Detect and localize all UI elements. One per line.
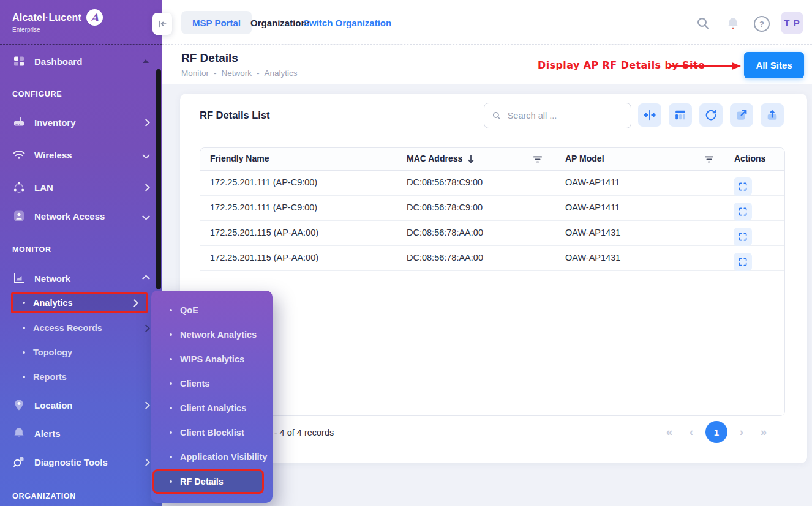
bullet-icon <box>23 327 25 329</box>
sidebar-collapse-button[interactable] <box>152 13 172 35</box>
sidebar-item-wireless[interactable]: Wireless <box>0 146 162 164</box>
breadcrumb-separator: - <box>257 69 260 78</box>
section-organization: ORGANIZATION <box>12 492 76 500</box>
sidebar-item-diagnostic-tools[interactable]: Diagnostic Tools <box>0 453 162 471</box>
sidebar-subitem-access-records[interactable]: Access Records <box>0 319 162 337</box>
open-external-button[interactable] <box>730 103 753 127</box>
flyout-item-label: Application Visibility <box>180 452 267 462</box>
column-header-mac-address[interactable]: MAC Address <box>407 154 462 163</box>
flyout-item-qoe[interactable]: QoE <box>151 298 273 322</box>
sidebar-item-lan[interactable]: LAN <box>0 178 162 196</box>
filter-icon[interactable] <box>532 154 543 166</box>
expand-icon <box>737 231 748 242</box>
last-page-button[interactable]: » <box>756 425 772 439</box>
sidebar-subitem-analytics[interactable]: Analytics <box>11 292 148 313</box>
flyout-item-rf-details[interactable]: RF Details <box>152 469 264 494</box>
sidebar-item-alerts[interactable]: Alerts <box>0 424 162 442</box>
chevron-right-icon <box>142 119 150 127</box>
export-button[interactable] <box>761 103 784 127</box>
breadcrumb-item[interactable]: Analytics <box>265 69 298 78</box>
sidebar-item-network[interactable]: Network <box>0 269 162 288</box>
sidebar: Alcatel·Lucent A Enterprise Dashboard CO… <box>0 0 162 506</box>
flyout-item-wips-analytics[interactable]: WIPS Analytics <box>151 347 273 371</box>
annotation-arrow-icon <box>669 61 742 74</box>
sidebar-item-location[interactable]: Location <box>0 396 162 414</box>
flyout-item-network-analytics[interactable]: Network Analytics <box>151 322 273 347</box>
all-sites-button[interactable]: All Sites <box>744 52 804 78</box>
organization-link[interactable]: Switch Organization <box>303 18 391 28</box>
page-title: RF Details <box>181 51 238 65</box>
sidebar-item-inventory[interactable]: Inventory <box>0 113 162 132</box>
collapse-arrow-icon <box>157 18 168 29</box>
search-box <box>484 103 631 128</box>
pagination: « ‹ 1 › » <box>661 421 772 443</box>
expand-row-button[interactable] <box>734 177 752 196</box>
map-pin-icon <box>12 398 26 412</box>
sidebar-item-label: Inventory <box>34 117 135 128</box>
flyout-item-client-analytics[interactable]: Client Analytics <box>151 396 273 420</box>
chevron-right-icon <box>142 401 150 409</box>
table-row[interactable]: 172.25.201.115 (AP-AA:00) DC:08:56:78:AA… <box>200 246 784 271</box>
column-header-ap-model[interactable]: AP Model <box>565 154 604 163</box>
expand-icon <box>737 256 748 267</box>
chevron-right-icon <box>142 458 150 466</box>
sidebar-item-network-access[interactable]: Network Access <box>0 207 162 225</box>
flyout-item-label: Client Analytics <box>180 403 246 413</box>
search-icon[interactable] <box>696 16 710 31</box>
sidebar-item-dashboard[interactable]: Dashboard <box>0 52 162 70</box>
flyout-item-application-visibility[interactable]: Application Visibility <box>151 445 273 469</box>
breadcrumb: Monitor - Network - Analytics <box>181 69 298 78</box>
wifi-icon <box>12 148 26 162</box>
filter-icon[interactable] <box>704 154 715 166</box>
external-link-icon <box>735 108 748 122</box>
sidebar-subitem-topology[interactable]: Topology <box>0 343 162 362</box>
magnifier-tools-icon <box>12 455 26 469</box>
refresh-icon <box>704 108 718 122</box>
chevron-right-icon <box>142 184 150 192</box>
user-avatar[interactable]: T P <box>781 12 803 34</box>
bullet-icon <box>23 376 25 378</box>
flyout-item-label: WIPS Analytics <box>180 354 244 364</box>
flyout-item-client-blocklist[interactable]: Client Blocklist <box>151 420 273 445</box>
refresh-button[interactable] <box>699 103 723 127</box>
subitem-label: Topology <box>33 348 149 357</box>
fit-columns-button[interactable] <box>638 103 661 127</box>
flyout-item-label: Clients <box>180 379 209 389</box>
chevron-down-icon <box>142 212 150 220</box>
breadcrumb-item[interactable]: Monitor <box>181 69 209 78</box>
column-header-friendly-name[interactable]: Friendly Name <box>210 154 269 163</box>
current-page-button[interactable]: 1 <box>705 421 727 443</box>
cell-mac-address: DC:08:56:78:C9:00 <box>407 177 483 187</box>
next-page-button[interactable]: › <box>734 425 750 439</box>
table-row[interactable]: 172.25.201.111 (AP-C9:00) DC:08:56:78:C9… <box>200 196 784 221</box>
help-icon[interactable]: ? <box>754 16 770 32</box>
organization-label: Organization: <box>250 18 310 28</box>
columns-button[interactable] <box>669 103 692 127</box>
breadcrumb-item[interactable]: Network <box>222 69 252 78</box>
chart-icon <box>12 272 26 285</box>
expand-row-button[interactable] <box>734 203 752 221</box>
flyout-item-clients[interactable]: Clients <box>151 371 273 396</box>
expand-icon <box>737 206 748 217</box>
cell-ap-model: OAW-AP1431 <box>565 228 620 237</box>
msp-portal-button[interactable]: MSP Portal <box>181 11 252 34</box>
help-glyph: ? <box>759 20 764 29</box>
breadcrumb-separator: - <box>214 69 217 78</box>
resize-columns-icon <box>643 108 656 122</box>
bullet-icon <box>170 431 172 434</box>
previous-page-button[interactable]: ‹ <box>683 425 699 439</box>
table-row[interactable]: 172.25.201.115 (AP-AA:00) DC:08:56:78:AA… <box>200 221 784 246</box>
expand-row-button[interactable] <box>734 253 752 271</box>
cell-mac-address: DC:08:56:78:AA:00 <box>407 253 483 262</box>
search-input[interactable] <box>506 110 623 121</box>
first-page-button[interactable]: « <box>661 425 677 439</box>
bullet-icon <box>23 302 25 304</box>
bullet-icon <box>23 351 25 354</box>
sidebar-scrollbar[interactable] <box>156 69 161 289</box>
expand-row-button[interactable] <box>734 228 752 246</box>
sort-desc-icon[interactable] <box>466 154 476 166</box>
notifications-bell-icon[interactable] <box>726 16 740 31</box>
bell-icon <box>12 426 26 440</box>
sidebar-subitem-reports[interactable]: Reports <box>0 368 162 386</box>
table-row[interactable]: 172.25.201.111 (AP-C9:00) DC:08:56:78:C9… <box>200 171 784 196</box>
